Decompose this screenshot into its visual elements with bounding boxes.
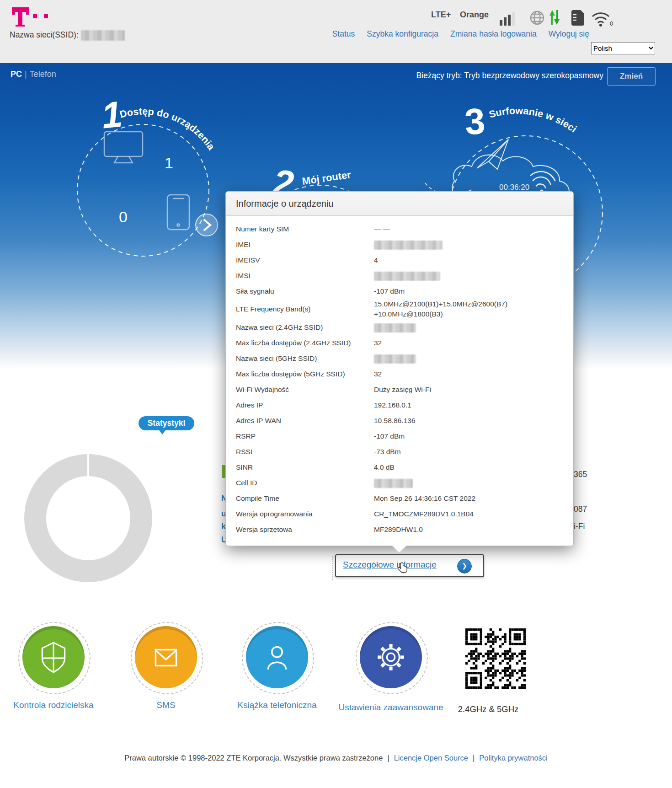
info-value: 32 bbox=[374, 338, 382, 348]
info-label: Max liczba dostępów (5GHz SSID) bbox=[236, 370, 374, 378]
step3-number: 3 bbox=[463, 101, 486, 143]
info-row: Adres IP192.168.0.1 bbox=[236, 397, 563, 413]
redacted-value bbox=[374, 323, 416, 332]
qr-code-label: 2.4GHz & 5GHz bbox=[458, 704, 519, 714]
stat-fragment: 087 bbox=[574, 504, 587, 514]
step1-arrow-button[interactable] bbox=[196, 214, 218, 236]
t-mobile-logo-icon bbox=[11, 7, 66, 27]
info-value: MF289DHW1.0 bbox=[374, 525, 423, 535]
info-value: 192.168.0.1 bbox=[374, 400, 411, 410]
ssid-value-redacted bbox=[81, 30, 125, 41]
stat-fragment: i-Fi bbox=[574, 522, 585, 531]
redacted-value bbox=[374, 241, 443, 250]
info-label: LTE Frequency Band(s) bbox=[236, 305, 374, 313]
wifi-status-icon: 0 bbox=[591, 10, 614, 27]
shortcut-label-phonebook[interactable]: Książka telefoniczna bbox=[237, 700, 316, 710]
redacted-value bbox=[374, 479, 413, 488]
info-value: — — bbox=[374, 224, 390, 234]
info-label: IMEI bbox=[236, 241, 374, 249]
sms-button[interactable] bbox=[135, 626, 197, 688]
step3-curved-label: Surfowanie w sieci bbox=[488, 105, 579, 135]
info-value: 10.58.86.136 bbox=[374, 416, 416, 426]
redacted-value bbox=[374, 354, 416, 364]
info-value: 15.0MHz@2100(B1)+15.0MHz@2600(B7)+10.0MH… bbox=[374, 299, 511, 320]
nav-logout[interactable]: Wyloguj się bbox=[549, 29, 589, 39]
info-value: 4 bbox=[374, 255, 378, 265]
nav-change-password[interactable]: Zmiana hasła logowania bbox=[450, 29, 537, 39]
info-label: Wersja sprzętowa bbox=[236, 525, 374, 534]
redacted-value bbox=[374, 272, 440, 281]
info-row: RSRP-107 dBm bbox=[236, 429, 563, 444]
hidden-green-button-edge bbox=[222, 465, 225, 478]
info-value bbox=[374, 271, 440, 281]
details-arrow-button[interactable]: ❯ bbox=[457, 559, 472, 574]
info-label: Wersja oprogramowania bbox=[236, 510, 374, 518]
shortcut-label-advanced[interactable]: Ustawienia zaawansowane bbox=[336, 700, 446, 715]
gear-icon bbox=[374, 640, 408, 674]
shortcut-label-parental[interactable]: Kontrola rodzicielska bbox=[13, 700, 93, 710]
info-value bbox=[374, 240, 443, 250]
advanced-settings-button[interactable] bbox=[360, 626, 422, 688]
info-row: IMEI bbox=[236, 237, 563, 252]
footer-link-open-source[interactable]: Licencje Open Source bbox=[394, 754, 468, 762]
info-row: Nazwa sieci (5GHz SSID) bbox=[236, 351, 563, 366]
phone-icon bbox=[167, 195, 189, 230]
info-value: -107 dBm bbox=[374, 286, 405, 296]
shield-icon bbox=[37, 640, 70, 674]
info-row: RSSI-73 dBm bbox=[236, 444, 563, 460]
info-value: Mon Sep 26 14:36:16 CST 2022 bbox=[374, 493, 475, 504]
info-row: LTE Frequency Band(s)15.0MHz@2100(B1)+15… bbox=[236, 299, 563, 320]
detailed-info-link[interactable]: Szczegółowe informacje bbox=[343, 560, 437, 570]
info-value: Duży zasięg Wi-Fi bbox=[374, 385, 431, 395]
hidden-text-fragment: N bbox=[221, 494, 225, 504]
info-label: RSSI bbox=[236, 448, 374, 456]
language-select[interactable]: Polish bbox=[591, 42, 655, 54]
phonebook-button[interactable] bbox=[246, 626, 308, 688]
hidden-text-fragment: k bbox=[221, 522, 225, 531]
ssid-label: Nazwa sieci(SSID): bbox=[10, 30, 79, 39]
info-row: Wersja oprogramowaniaCR_TMOCZMF289DV1.0.… bbox=[236, 506, 563, 522]
info-label: Siła sygnału bbox=[236, 287, 374, 295]
footer-link-privacy[interactable]: Polityka prywatności bbox=[479, 754, 547, 762]
dialog-title: Informacje o urządzeniu bbox=[226, 192, 573, 216]
info-label: Wi-Fi Wydajność bbox=[236, 386, 374, 394]
info-row: Max liczba dostępów (2.4GHz SSID)32 bbox=[236, 335, 563, 351]
network-tech-label: LTE+ bbox=[431, 10, 451, 20]
statistics-badge: Statystyki bbox=[139, 416, 194, 430]
session-timer: 00:36:20 bbox=[499, 183, 529, 192]
info-label: IMSI bbox=[236, 272, 374, 280]
info-value: -107 dBm bbox=[374, 431, 405, 441]
parental-control-button[interactable] bbox=[22, 626, 85, 688]
info-label: Compile Time bbox=[236, 494, 374, 503]
info-value: 32 bbox=[374, 369, 382, 379]
info-label: Adres IP bbox=[236, 401, 374, 409]
stat-fragment: 365 bbox=[574, 470, 587, 479]
info-row: Adres IP WAN10.58.86.136 bbox=[236, 413, 563, 429]
signal-bars-icon bbox=[500, 12, 520, 26]
info-label: Adres IP WAN bbox=[236, 417, 374, 425]
info-value: 4.0 dB bbox=[374, 462, 395, 472]
info-row: Numer karty SIM— — bbox=[236, 221, 563, 237]
info-row: IMSI bbox=[236, 268, 563, 284]
wifi-qr-code bbox=[465, 628, 526, 689]
info-row: IMEISV4 bbox=[236, 252, 563, 268]
mouse-pointer-icon bbox=[397, 562, 409, 575]
details-anchor-box: Szczegółowe informacje ❯ bbox=[335, 554, 484, 577]
info-value bbox=[374, 478, 413, 488]
nav-status[interactable]: Status bbox=[332, 29, 355, 39]
info-value: -73 dBm bbox=[374, 447, 401, 457]
footer-separator: | bbox=[387, 754, 389, 762]
info-value bbox=[374, 354, 416, 364]
donut-chart bbox=[20, 450, 157, 587]
shortcut-label-sms[interactable]: SMS bbox=[156, 700, 175, 710]
operator-label: Orange bbox=[460, 10, 489, 20]
nav-quick-setup[interactable]: Szybka konfiguracja bbox=[367, 29, 438, 39]
info-row: Wersja sprzętowaMF289DHW1.0 bbox=[236, 522, 563, 537]
copyright-text: Prawa autorskie © 1998-2022 ZTE Korporac… bbox=[124, 754, 383, 762]
info-row: Nazwa sieci (2.4GHz SSID) bbox=[236, 320, 563, 335]
info-row: Cell ID bbox=[236, 475, 563, 491]
sim-card-icon bbox=[571, 10, 586, 26]
info-row: Max liczba dostępów (5GHz SSID)32 bbox=[236, 366, 563, 382]
hidden-text-fragment: U bbox=[221, 535, 225, 545]
header-nav: Status Szybka konfiguracja Zmiana hasła … bbox=[332, 29, 589, 39]
